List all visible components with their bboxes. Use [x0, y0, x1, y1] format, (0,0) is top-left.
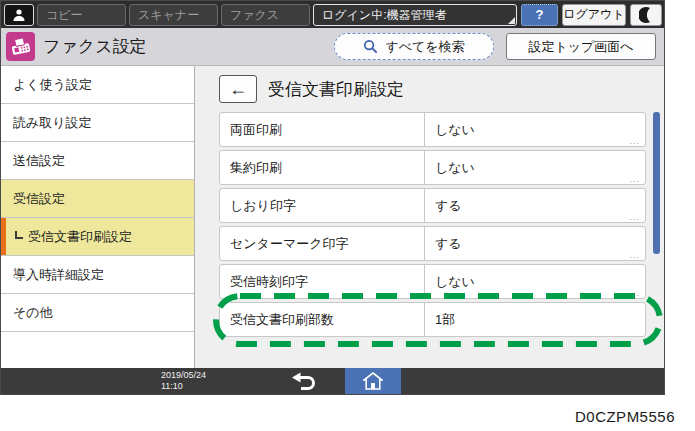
more-indicator: ...: [629, 174, 640, 184]
time-label: 11:10: [161, 381, 206, 392]
setting-value: する: [424, 189, 645, 222]
setting-row-center-mark-print[interactable]: センターマーク印字 する ...: [219, 226, 646, 261]
user-icon: [12, 8, 26, 22]
tab-fax[interactable]: ファクス: [221, 4, 310, 26]
setting-label: 集約印刷: [220, 151, 424, 184]
sidebar-item-send-settings[interactable]: 送信設定: [1, 142, 194, 180]
more-indicator: ...: [629, 136, 640, 146]
sidebar-item-frequent-settings[interactable]: よく使う設定: [1, 66, 194, 104]
energy-saver-button[interactable]: [630, 4, 662, 26]
settings-top-button[interactable]: 設定トップ画面へ: [506, 33, 656, 60]
datetime-display: 2019/05/24 11:10: [161, 370, 206, 392]
more-indicator: ...: [629, 288, 640, 298]
setting-label: 両面印刷: [220, 113, 424, 146]
home-icon: [363, 372, 383, 390]
setting-label: センターマーク印字: [220, 227, 424, 260]
date-label: 2019/05/24: [161, 370, 206, 381]
sidebar-item-install-detail-settings[interactable]: 導入時詳細設定: [1, 256, 194, 294]
sidebar: よく使う設定 読み取り設定 送信設定 受信設定 受信文書印刷設定 導入時詳細設定…: [1, 66, 195, 368]
search-icon: [363, 39, 378, 54]
figure-id-caption: D0CZPM5556: [575, 408, 675, 425]
setting-row-received-doc-print-copies[interactable]: 受信文書印刷部数 1部: [219, 302, 646, 337]
logout-button[interactable]: ログアウト: [562, 4, 626, 26]
login-status-label: ログイン中:機器管理者: [322, 8, 446, 22]
settings-list: 両面印刷 しない ... 集約印刷 しない ... しおり印字 する ... セ…: [219, 112, 646, 337]
nav-back-button[interactable]: [289, 371, 319, 391]
sidebar-item-scan-settings[interactable]: 読み取り設定: [1, 104, 194, 142]
setting-label: しおり印字: [220, 189, 424, 222]
tab-copy[interactable]: コピー: [37, 4, 126, 26]
scrollbar[interactable]: [653, 112, 660, 254]
sidebar-item-label: 受信文書印刷設定: [28, 228, 132, 246]
corner-triangle-icon: [508, 17, 515, 24]
setting-row-reception-time-print[interactable]: 受信時刻印字 しない ...: [219, 264, 646, 299]
moon-icon: [639, 7, 653, 23]
search-label: すべてを検索: [385, 38, 464, 56]
page-title: ファクス設定: [43, 35, 147, 58]
top-bar: コピー スキャナー ファクス ログイン中:機器管理者 ? ログアウト: [1, 1, 664, 28]
back-button[interactable]: ←: [219, 75, 257, 103]
title-bar: ファクス設定 すべてを検索 設定トップ画面へ: [1, 28, 664, 66]
back-arrow-icon: [291, 372, 317, 391]
bottom-bar: 2019/05/24 11:10: [1, 368, 664, 394]
setting-value: する: [424, 227, 645, 260]
sidebar-item-reception-settings[interactable]: 受信設定: [1, 180, 194, 218]
setting-value: しない: [424, 265, 645, 298]
fax-machine-icon: [8, 34, 33, 59]
main-header: ← 受信文書印刷設定: [219, 75, 648, 103]
main-panel: ← 受信文書印刷設定 両面印刷 しない ... 集約印刷 しない ... しおり…: [195, 66, 664, 368]
setting-value: しない: [424, 151, 645, 184]
sidebar-item-others[interactable]: その他: [1, 294, 194, 332]
setting-row-duplex-print[interactable]: 両面印刷 しない ...: [219, 112, 646, 147]
user-button[interactable]: [4, 4, 34, 26]
sidebar-item-received-doc-print-settings[interactable]: 受信文書印刷設定: [1, 218, 194, 256]
login-status-button[interactable]: ログイン中:機器管理者: [313, 4, 517, 26]
search-all-button[interactable]: すべてを検索: [334, 33, 494, 60]
fax-settings-icon: [6, 32, 35, 61]
content-area: よく使う設定 読み取り設定 送信設定 受信設定 受信文書印刷設定 導入時詳細設定…: [1, 66, 664, 368]
setting-value: 1部: [424, 303, 645, 336]
setting-label: 受信時刻印字: [220, 265, 424, 298]
more-indicator: ...: [629, 212, 640, 222]
submenu-branch-icon: [15, 231, 23, 239]
help-button[interactable]: ?: [521, 4, 558, 26]
home-button[interactable]: [345, 368, 401, 394]
more-indicator: ...: [629, 250, 640, 260]
tab-scanner[interactable]: スキャナー: [129, 4, 218, 26]
setting-value: しない: [424, 113, 645, 146]
setting-label: 受信文書印刷部数: [220, 303, 424, 336]
setting-row-bookmark-print[interactable]: しおり印字 する ...: [219, 188, 646, 223]
device-screen: コピー スキャナー ファクス ログイン中:機器管理者 ? ログアウト ファクス設…: [0, 0, 665, 395]
setting-row-combine-print[interactable]: 集約印刷 しない ...: [219, 150, 646, 185]
main-title: 受信文書印刷設定: [268, 78, 404, 101]
